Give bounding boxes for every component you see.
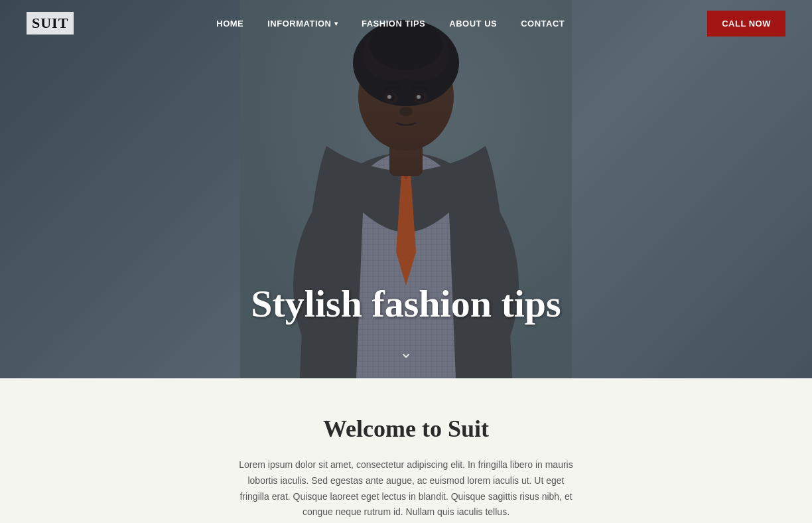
call-now-button[interactable]: CALL NOW — [707, 11, 785, 37]
hero-title: Stylish fashion tips — [0, 283, 812, 325]
hero-bg-section: Stylish fashion tips ⌄ — [0, 0, 812, 378]
nav-item-contact[interactable]: CONTACT — [509, 17, 576, 29]
nav-links: HOME INFORMATION ▾ FASHION TIPS ABOUT US… — [204, 13, 576, 34]
welcome-body: Lorem ipsum dolor sit amet, consectetur … — [234, 457, 578, 520]
nav-link-fashion-tips[interactable]: FASHION TIPS — [350, 13, 437, 34]
welcome-title: Welcome to Suit — [27, 415, 785, 443]
hero-section: SUIT HOME INFORMATION ▾ FASHION TIPS ABO… — [0, 0, 812, 378]
dropdown-arrow-icon: ▾ — [334, 20, 338, 27]
scroll-chevron-icon[interactable]: ⌄ — [399, 343, 413, 362]
nav-item-fashion-tips[interactable]: FASHION TIPS — [350, 17, 437, 29]
nav-item-about-us[interactable]: ABOUT US — [437, 17, 509, 29]
page-wrapper: SUIT HOME INFORMATION ▾ FASHION TIPS ABO… — [0, 0, 812, 523]
nav-link-information[interactable]: INFORMATION ▾ — [255, 13, 350, 34]
hero-content: Stylish fashion tips — [0, 283, 812, 325]
welcome-section: Welcome to Suit Lorem ipsum dolor sit am… — [0, 378, 812, 523]
nav-link-about-us[interactable]: ABOUT US — [437, 13, 509, 34]
nav-link-home[interactable]: HOME — [204, 13, 255, 34]
nav-item-home[interactable]: HOME — [204, 17, 255, 29]
nav-item-information[interactable]: INFORMATION ▾ — [255, 13, 350, 34]
navbar: SUIT HOME INFORMATION ▾ FASHION TIPS ABO… — [0, 0, 812, 46]
brand-logo[interactable]: SUIT — [27, 12, 74, 35]
nav-link-contact[interactable]: CONTACT — [509, 13, 576, 34]
